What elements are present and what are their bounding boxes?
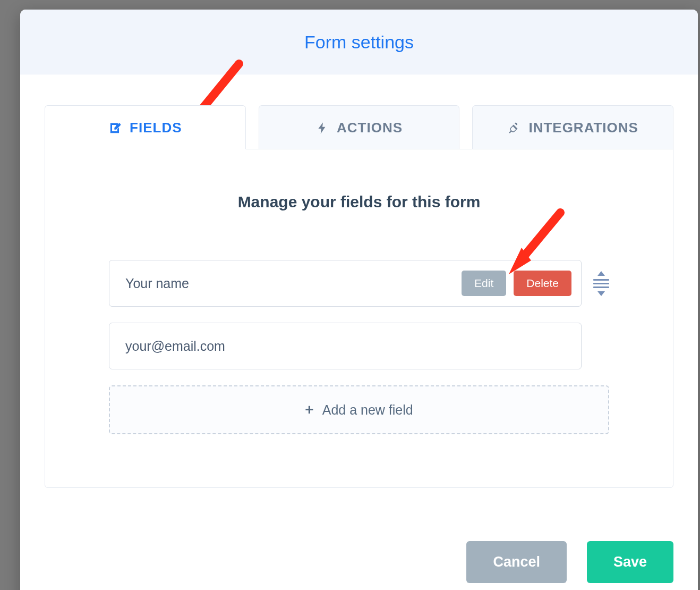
field-label: Your name (125, 276, 189, 291)
field-row: your@email.com (109, 323, 609, 369)
tab-fields-label: FIELDS (130, 120, 182, 136)
modal-body: FIELDS ACTIONS INTEGRATIONS Manage your … (20, 74, 698, 509)
modal-footer: Cancel Save (20, 509, 698, 590)
tab-actions-label: ACTIONS (337, 120, 403, 136)
field-label: your@email.com (125, 339, 225, 354)
modal-header: Form settings (20, 10, 698, 74)
tab-integrations[interactable]: INTEGRATIONS (472, 105, 673, 149)
field-actions: Edit Delete (462, 271, 571, 296)
delete-button[interactable]: Delete (514, 271, 571, 296)
fields-panel: Manage your fields for this form Your na… (45, 149, 673, 488)
drag-handle-icon[interactable] (593, 271, 609, 296)
plus-icon: + (305, 401, 313, 418)
tab-fields[interactable]: FIELDS (45, 105, 246, 149)
cancel-button[interactable]: Cancel (466, 541, 567, 583)
form-settings-modal: Form settings FIELDS ACTIONS INTEGRATION… (20, 10, 698, 590)
field-box-name[interactable]: Your name Edit Delete (109, 260, 582, 307)
tab-integrations-label: INTEGRATIONS (528, 120, 638, 136)
save-button[interactable]: Save (587, 541, 673, 583)
plug-icon (507, 121, 521, 135)
tabs-row: FIELDS ACTIONS INTEGRATIONS (45, 105, 673, 149)
field-box-email[interactable]: your@email.com (109, 323, 582, 369)
add-field-label: Add a new field (322, 402, 413, 418)
tab-actions[interactable]: ACTIONS (259, 105, 460, 149)
field-row: Your name Edit Delete (109, 260, 609, 307)
modal-title: Form settings (31, 32, 687, 53)
panel-heading: Manage your fields for this form (109, 193, 609, 211)
bolt-icon (315, 121, 329, 135)
add-field-button[interactable]: + Add a new field (109, 385, 609, 434)
edit-icon (108, 121, 122, 135)
edit-button[interactable]: Edit (462, 271, 506, 296)
